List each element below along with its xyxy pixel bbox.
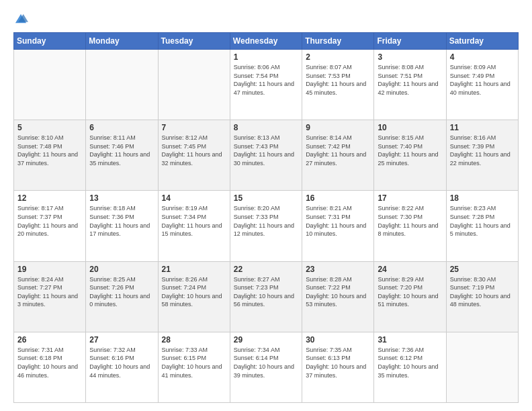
day-info: Sunrise: 7:34 AM Sunset: 6:14 PM Dayligh… xyxy=(234,346,298,379)
day-number: 20 xyxy=(89,265,154,274)
day-number: 21 xyxy=(162,265,226,274)
calendar-week-row: 5Sunrise: 8:10 AM Sunset: 7:48 PM Daylig… xyxy=(14,120,519,191)
day-number: 30 xyxy=(306,335,370,345)
day-number: 9 xyxy=(306,123,370,132)
day-number: 14 xyxy=(162,193,226,203)
day-number: 18 xyxy=(450,193,515,203)
calendar-cell: 5Sunrise: 8:10 AM Sunset: 7:48 PM Daylig… xyxy=(14,120,86,191)
day-info: Sunrise: 8:10 AM Sunset: 7:48 PM Dayligh… xyxy=(17,134,82,167)
day-number: 29 xyxy=(234,335,298,345)
day-info: Sunrise: 8:25 AM Sunset: 7:26 PM Dayligh… xyxy=(89,275,154,309)
day-info: Sunrise: 8:21 AM Sunset: 7:31 PM Dayligh… xyxy=(306,204,370,238)
weekday-header-wednesday: Wednesday xyxy=(230,33,302,50)
calendar-cell: 16Sunrise: 8:21 AM Sunset: 7:31 PM Dayli… xyxy=(302,191,374,261)
logo xyxy=(13,12,31,27)
day-info: Sunrise: 7:33 AM Sunset: 6:15 PM Dayligh… xyxy=(162,346,226,379)
day-info: Sunrise: 8:15 AM Sunset: 7:40 PM Dayligh… xyxy=(378,134,442,167)
day-info: Sunrise: 8:14 AM Sunset: 7:42 PM Dayligh… xyxy=(306,134,370,167)
calendar-cell: 13Sunrise: 8:18 AM Sunset: 7:36 PM Dayli… xyxy=(86,191,158,261)
calendar-cell xyxy=(446,332,518,402)
calendar-week-row: 26Sunrise: 7:31 AM Sunset: 6:18 PM Dayli… xyxy=(14,332,519,402)
day-info: Sunrise: 8:23 AM Sunset: 7:28 PM Dayligh… xyxy=(450,204,515,238)
day-info: Sunrise: 8:13 AM Sunset: 7:43 PM Dayligh… xyxy=(234,134,298,167)
calendar-cell xyxy=(14,50,86,120)
weekday-header-monday: Monday xyxy=(86,33,158,50)
day-info: Sunrise: 8:09 AM Sunset: 7:49 PM Dayligh… xyxy=(450,63,515,97)
calendar-cell: 30Sunrise: 7:35 AM Sunset: 6:13 PM Dayli… xyxy=(302,332,374,402)
day-info: Sunrise: 8:12 AM Sunset: 7:45 PM Dayligh… xyxy=(162,134,226,167)
day-number: 5 xyxy=(17,123,82,132)
day-info: Sunrise: 8:19 AM Sunset: 7:34 PM Dayligh… xyxy=(162,204,226,238)
day-info: Sunrise: 8:29 AM Sunset: 7:20 PM Dayligh… xyxy=(378,275,442,309)
calendar-cell xyxy=(158,50,230,120)
calendar-table: SundayMondayTuesdayWednesdayThursdayFrid… xyxy=(13,32,519,403)
calendar-cell: 29Sunrise: 7:34 AM Sunset: 6:14 PM Dayli… xyxy=(230,332,302,402)
day-number: 7 xyxy=(162,123,226,132)
calendar-cell: 14Sunrise: 8:19 AM Sunset: 7:34 PM Dayli… xyxy=(158,191,230,261)
day-number: 16 xyxy=(306,193,370,203)
day-number: 31 xyxy=(378,335,442,345)
calendar-cell: 22Sunrise: 8:27 AM Sunset: 7:23 PM Dayli… xyxy=(230,261,302,332)
day-info: Sunrise: 8:18 AM Sunset: 7:36 PM Dayligh… xyxy=(89,204,154,238)
day-info: Sunrise: 8:24 AM Sunset: 7:27 PM Dayligh… xyxy=(17,275,82,309)
calendar-cell: 6Sunrise: 8:11 AM Sunset: 7:46 PM Daylig… xyxy=(86,120,158,191)
logo-icon xyxy=(13,12,28,27)
header xyxy=(13,12,519,27)
day-info: Sunrise: 7:36 AM Sunset: 6:12 PM Dayligh… xyxy=(378,346,442,379)
day-number: 10 xyxy=(378,123,442,132)
weekday-header-saturday: Saturday xyxy=(446,33,518,50)
calendar-cell: 17Sunrise: 8:22 AM Sunset: 7:30 PM Dayli… xyxy=(374,191,446,261)
day-info: Sunrise: 8:08 AM Sunset: 7:51 PM Dayligh… xyxy=(378,63,442,97)
day-info: Sunrise: 8:20 AM Sunset: 7:33 PM Dayligh… xyxy=(234,204,298,238)
day-number: 2 xyxy=(306,52,370,62)
weekday-header-sunday: Sunday xyxy=(14,33,86,50)
day-number: 6 xyxy=(89,123,154,132)
weekday-header-friday: Friday xyxy=(374,33,446,50)
day-info: Sunrise: 8:26 AM Sunset: 7:24 PM Dayligh… xyxy=(162,275,226,309)
day-number: 22 xyxy=(234,265,298,274)
calendar-week-row: 19Sunrise: 8:24 AM Sunset: 7:27 PM Dayli… xyxy=(14,261,519,332)
calendar-cell: 26Sunrise: 7:31 AM Sunset: 6:18 PM Dayli… xyxy=(14,332,86,402)
day-number: 8 xyxy=(234,123,298,132)
calendar-cell: 18Sunrise: 8:23 AM Sunset: 7:28 PM Dayli… xyxy=(446,191,518,261)
day-info: Sunrise: 8:11 AM Sunset: 7:46 PM Dayligh… xyxy=(89,134,154,167)
day-info: Sunrise: 7:31 AM Sunset: 6:18 PM Dayligh… xyxy=(17,346,82,379)
day-info: Sunrise: 8:30 AM Sunset: 7:19 PM Dayligh… xyxy=(450,275,515,309)
day-info: Sunrise: 8:17 AM Sunset: 7:37 PM Dayligh… xyxy=(17,204,82,238)
calendar-week-row: 1Sunrise: 8:06 AM Sunset: 7:54 PM Daylig… xyxy=(14,50,519,120)
calendar-cell: 11Sunrise: 8:16 AM Sunset: 7:39 PM Dayli… xyxy=(446,120,518,191)
calendar-cell: 8Sunrise: 8:13 AM Sunset: 7:43 PM Daylig… xyxy=(230,120,302,191)
calendar-cell: 10Sunrise: 8:15 AM Sunset: 7:40 PM Dayli… xyxy=(374,120,446,191)
day-info: Sunrise: 7:32 AM Sunset: 6:16 PM Dayligh… xyxy=(89,346,154,379)
calendar-cell: 12Sunrise: 8:17 AM Sunset: 7:37 PM Dayli… xyxy=(14,191,86,261)
calendar-cell: 27Sunrise: 7:32 AM Sunset: 6:16 PM Dayli… xyxy=(86,332,158,402)
day-number: 28 xyxy=(162,335,226,345)
day-info: Sunrise: 8:07 AM Sunset: 7:53 PM Dayligh… xyxy=(306,63,370,97)
calendar-cell: 20Sunrise: 8:25 AM Sunset: 7:26 PM Dayli… xyxy=(86,261,158,332)
calendar-cell: 19Sunrise: 8:24 AM Sunset: 7:27 PM Dayli… xyxy=(14,261,86,332)
calendar-cell: 15Sunrise: 8:20 AM Sunset: 7:33 PM Dayli… xyxy=(230,191,302,261)
day-number: 27 xyxy=(89,335,154,345)
day-info: Sunrise: 8:22 AM Sunset: 7:30 PM Dayligh… xyxy=(378,204,442,238)
day-number: 4 xyxy=(450,52,515,62)
day-number: 19 xyxy=(17,265,82,274)
day-number: 24 xyxy=(378,265,442,274)
day-number: 3 xyxy=(378,52,442,62)
day-number: 17 xyxy=(378,193,442,203)
day-info: Sunrise: 8:16 AM Sunset: 7:39 PM Dayligh… xyxy=(450,134,515,167)
weekday-header-row: SundayMondayTuesdayWednesdayThursdayFrid… xyxy=(14,33,519,50)
day-number: 26 xyxy=(17,335,82,345)
calendar-cell: 2Sunrise: 8:07 AM Sunset: 7:53 PM Daylig… xyxy=(302,50,374,120)
calendar-cell: 1Sunrise: 8:06 AM Sunset: 7:54 PM Daylig… xyxy=(230,50,302,120)
day-number: 11 xyxy=(450,123,515,132)
calendar-cell: 3Sunrise: 8:08 AM Sunset: 7:51 PM Daylig… xyxy=(374,50,446,120)
calendar-cell: 4Sunrise: 8:09 AM Sunset: 7:49 PM Daylig… xyxy=(446,50,518,120)
day-number: 1 xyxy=(234,52,298,62)
day-info: Sunrise: 8:27 AM Sunset: 7:23 PM Dayligh… xyxy=(234,275,298,309)
calendar-cell: 24Sunrise: 8:29 AM Sunset: 7:20 PM Dayli… xyxy=(374,261,446,332)
calendar-cell: 21Sunrise: 8:26 AM Sunset: 7:24 PM Dayli… xyxy=(158,261,230,332)
day-info: Sunrise: 8:28 AM Sunset: 7:22 PM Dayligh… xyxy=(306,275,370,309)
calendar-cell xyxy=(86,50,158,120)
weekday-header-thursday: Thursday xyxy=(302,33,374,50)
calendar-cell: 23Sunrise: 8:28 AM Sunset: 7:22 PM Dayli… xyxy=(302,261,374,332)
